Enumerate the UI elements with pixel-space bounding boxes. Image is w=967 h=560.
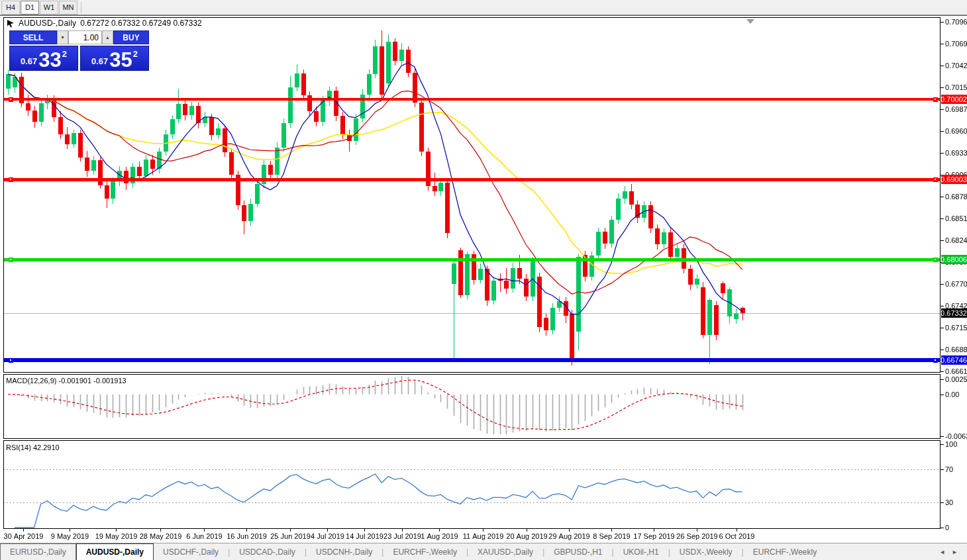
chart-tab-usdcnh-daily[interactable]: USDCNH-,Daily	[307, 543, 382, 560]
chart-tabs-bar: EURUSD-,DailyAUDUSD-,DailyUSDCHF-,Daily|…	[0, 543, 967, 560]
sell-price-big: 33	[38, 50, 61, 70]
volume-increment-button[interactable]: ▲	[102, 30, 113, 44]
toolbar-separator	[81, 2, 81, 13]
volume-input[interactable]	[68, 30, 102, 44]
chart-tab-gbpusd-h1[interactable]: GBPUSD-,H1	[544, 543, 611, 560]
chart-tab-audusd-daily[interactable]: AUDUSD-,Daily	[76, 543, 154, 560]
tabs-scroll-right-icon[interactable]: ►	[952, 549, 958, 555]
rsi-indicator-label: RSI(14) 42.2910	[6, 443, 60, 451]
buy-price-big: 35	[109, 50, 132, 70]
chart-tab-eurchf-weekly[interactable]: EURCHF-,Weekly	[744, 543, 826, 560]
volume-decrement-button[interactable]: ▼	[57, 30, 68, 44]
timeframe-h4-button[interactable]: H4	[1, 1, 20, 15]
chart-title: AUDUSD-,Daily 0.67272 0.67332 0.67249 0.…	[7, 19, 202, 28]
chart-tab-usdcad-daily[interactable]: USDCAD-,Daily	[230, 543, 305, 560]
chart-tab-eurusd-daily[interactable]: EURUSD-,Daily	[0, 543, 76, 560]
macd-indicator-label: MACD(12,26,9) -0.001901 -0.001913	[6, 377, 127, 385]
buy-button[interactable]: BUY	[113, 30, 149, 44]
tabs-scroll-left-icon[interactable]: ◄	[939, 549, 945, 555]
buy-price-prefix: 0.67	[91, 56, 108, 70]
chart-tabs: EURUSD-,DailyAUDUSD-,DailyUSDCHF-,Daily|…	[0, 543, 826, 560]
timeframe-w1-button[interactable]: W1	[40, 1, 58, 15]
chart-tab-eurchf-weekly[interactable]: EURCHF-,Weekly	[383, 543, 466, 560]
one-click-trading-panel: SELL ▼ ▲ BUY 0.67 33 2 0.67 35 2	[9, 30, 149, 71]
price-chart-canvas[interactable]	[0, 0, 967, 560]
chart-symbol-label: AUDUSD-,Daily	[19, 19, 76, 28]
buy-price-pip: 2	[133, 49, 138, 59]
timeframe-toolbar: H4 D1 W1 MN	[0, 0, 967, 15]
sell-price-pip: 2	[62, 49, 67, 59]
sell-button[interactable]: SELL	[9, 30, 57, 44]
timeframe-mn-button[interactable]: MN	[59, 1, 77, 15]
chart-tab-ukoil-h1[interactable]: UKOil-,H1	[614, 543, 668, 560]
chart-tab-usdx-weekly[interactable]: USDX-,Weekly	[670, 543, 742, 560]
timeframe-d1-button[interactable]: D1	[21, 1, 39, 15]
chart-ohlc-values: 0.67272 0.67332 0.67249 0.67332	[80, 19, 202, 28]
chart-tab-xauusd-daily[interactable]: XAUUSD-,Daily	[468, 543, 542, 560]
buy-price-button[interactable]: 0.67 35 2	[80, 46, 149, 71]
sell-price-button[interactable]: 0.67 33 2	[9, 46, 78, 71]
sell-price-prefix: 0.67	[21, 56, 37, 70]
chart-tab-usdchf-daily[interactable]: USDCHF-,Daily	[154, 543, 228, 560]
tabs-scroll-nav: ◄ ►	[939, 543, 967, 560]
cursor-arrow-icon	[7, 19, 15, 28]
